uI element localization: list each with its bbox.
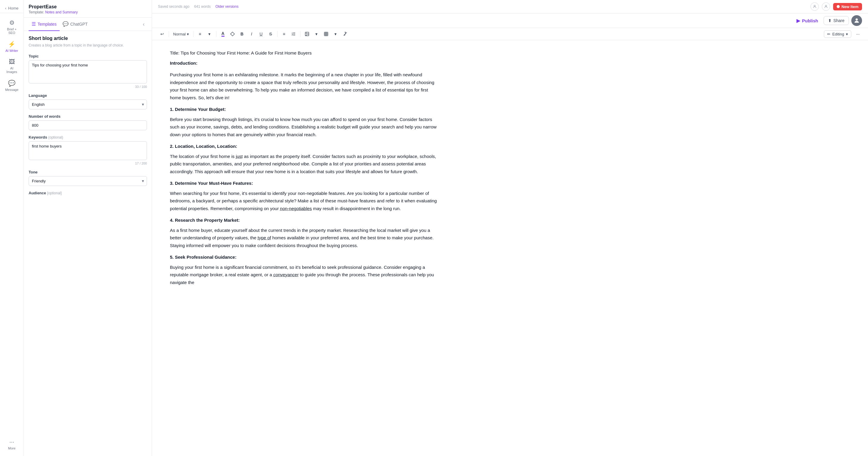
svg-point-0 [814, 5, 815, 6]
sidebar-item-more[interactable]: ··· More [1, 436, 23, 452]
sidebar-message-label: Message [5, 88, 19, 91]
italic-button[interactable]: I [247, 30, 256, 38]
panel-content: Short blog article Creates a blog articl… [24, 31, 152, 456]
avatar[interactable] [851, 15, 862, 26]
sidebar-ai-images-label: AI Images [5, 66, 19, 73]
older-versions-link[interactable]: Older versions [216, 4, 239, 9]
message-icon: 💬 [8, 80, 16, 87]
user-icon-2[interactable] [822, 2, 830, 11]
publish-button[interactable]: ▶ Publish [794, 16, 821, 25]
keywords-char-count: 17 / 200 [29, 161, 147, 165]
toolbar-sep-5 [300, 31, 301, 37]
image-button[interactable] [303, 30, 311, 38]
strikethrough-button[interactable]: S [267, 30, 275, 38]
more-options-button[interactable]: ··· [854, 30, 862, 38]
svg-point-1 [826, 5, 827, 6]
topbar-right: New Item [810, 2, 862, 11]
align-chevron-button[interactable]: ▾ [206, 30, 214, 38]
image-chevron[interactable]: ▾ [312, 30, 321, 38]
svg-point-7 [306, 33, 307, 34]
tone-label: Tone [29, 170, 147, 174]
tone-select[interactable]: Friendly Professional Casual Formal [29, 176, 147, 186]
collapse-panel-button[interactable]: ‹ [141, 19, 147, 30]
home-link[interactable]: ‹ Home [0, 4, 24, 13]
tab-chatgpt[interactable]: 💬 ChatGPT [60, 18, 91, 31]
panel-app-header: PropertEase Template: Notes and Summary [24, 0, 152, 18]
heading-4: 4. Research the Property Market: [170, 216, 438, 224]
heading-5: 5. Seek Professional Guidance: [170, 253, 438, 261]
user-icon-1[interactable] [810, 2, 819, 11]
brief-seo-icon: ⚙ [9, 19, 14, 26]
audience-label: Audience [optional] [29, 191, 147, 195]
secondary-topbar: ▶ Publish ⬆ Share [152, 13, 868, 28]
words-input[interactable]: 800 [29, 120, 147, 130]
intro-label: Introduction: [170, 59, 438, 67]
sidebar-item-ai-images[interactable]: 🖼 AI Images [1, 56, 23, 76]
new-item-label: New Item [841, 4, 859, 9]
clear-format-button[interactable] [341, 30, 349, 38]
svg-rect-8 [324, 32, 328, 36]
image-icon [305, 32, 309, 36]
tone-group: Tone Friendly Professional Casual Formal [29, 170, 147, 186]
heading-1: 1. Determine Your Budget: [170, 105, 438, 113]
ai-writer-icon: ⚡ [8, 40, 16, 48]
template-link[interactable]: Notes and Summary [45, 10, 78, 14]
sidebar-item-brief-seo[interactable]: ⚙ Brief + SEO [1, 17, 23, 37]
topic-textarea[interactable]: Tips for choosing your first home [29, 60, 147, 84]
language-label: Language [29, 93, 147, 98]
chevron-left-icon: ‹ [5, 6, 6, 10]
publish-label: Publish [802, 18, 818, 23]
editor[interactable]: Title: Tips for Choosing Your First Home… [152, 40, 868, 456]
editing-chevron: ▾ [846, 32, 848, 36]
language-select[interactable]: English Spanish French German [29, 99, 147, 110]
align-button[interactable]: ≡ [196, 30, 204, 38]
editing-button[interactable]: ✏ Editing ▾ [824, 30, 851, 38]
numbered-list-icon [291, 32, 296, 36]
app-name: PropertEase [29, 4, 147, 9]
keywords-textarea[interactable]: first home buyers [29, 141, 147, 160]
words-count: 641 words [194, 4, 211, 9]
highlight-button[interactable] [228, 30, 237, 38]
home-label: Home [8, 6, 19, 10]
toolbar: ↩ Normal ▾ ≡ ▾ A B I U S ≡ ▾ ▾ [152, 28, 868, 40]
panel-tabs: ☰ Templates 💬 ChatGPT ‹ [24, 18, 152, 31]
template-label: Template: [29, 10, 44, 14]
new-item-button[interactable]: New Item [833, 3, 862, 10]
share-button[interactable]: ⬆ Share [824, 16, 849, 25]
bold-button[interactable]: B [238, 30, 246, 38]
highlight-icon [230, 32, 235, 36]
table-icon [324, 32, 329, 36]
table-chevron[interactable]: ▾ [332, 30, 340, 38]
words-group: Number of words 800 [29, 114, 147, 130]
template-title: Short blog article [29, 36, 147, 41]
para-3: When searching for your first home, it's… [170, 189, 438, 213]
underline-non-neg: non-negotiables [280, 206, 312, 211]
para-2: The location of your first home is just … [170, 153, 438, 176]
templates-tab-icon: ☰ [32, 21, 36, 27]
topbar-left: Saved seconds ago 641 words Older versio… [158, 4, 807, 9]
numbered-list-button[interactable] [289, 30, 298, 38]
topbar: Saved seconds ago 641 words Older versio… [152, 0, 868, 13]
toolbar-sep-3 [216, 31, 216, 37]
toolbar-sep-2 [193, 31, 193, 37]
keywords-group: Keywords (optional) first home buyers 17… [29, 135, 147, 165]
underline-button[interactable]: U [257, 30, 265, 38]
tab-templates[interactable]: ☰ Templates [29, 18, 60, 31]
bullet-list-button[interactable]: ≡ [280, 30, 288, 38]
sidebar-ai-writer-label: AI Writer [5, 49, 18, 53]
sidebar-item-message[interactable]: 💬 Message [1, 77, 23, 94]
keywords-label: Keywords (optional) [29, 135, 147, 140]
toolbar-sep-4 [277, 31, 278, 37]
chatgpt-tab-label: ChatGPT [70, 22, 88, 27]
publish-icon: ▶ [797, 18, 800, 24]
share-label: Share [833, 18, 844, 23]
table-button[interactable] [322, 30, 330, 38]
intro-para: Purchasing your first home is an exhilar… [170, 71, 438, 101]
font-color-button[interactable]: A [219, 30, 227, 38]
editor-content: Title: Tips for Choosing Your First Home… [170, 49, 438, 286]
undo-button[interactable]: ↩ [158, 30, 166, 38]
ai-images-icon: 🖼 [9, 58, 15, 65]
sidebar-item-ai-writer[interactable]: ⚡ AI Writer [1, 38, 23, 55]
style-select[interactable]: Normal ▾ [172, 31, 191, 37]
topic-char-count: 33 / 100 [29, 85, 147, 89]
